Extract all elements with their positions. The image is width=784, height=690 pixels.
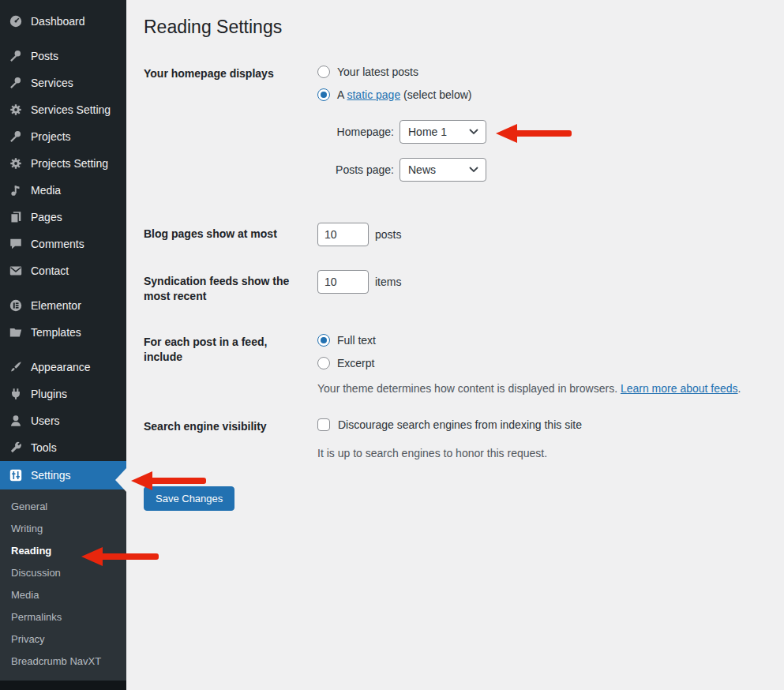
sidebar-item-label: Services Setting [31, 103, 111, 116]
settings-submenu: General Writing Reading Discussion Media… [0, 489, 126, 681]
submenu-item-privacy[interactable]: Privacy [0, 628, 126, 651]
gear-icon [8, 102, 24, 118]
admin-sidebar: Dashboard Posts Services Services Settin… [0, 0, 126, 690]
save-changes-button[interactable]: Save Changes [144, 486, 234, 511]
user-icon [8, 413, 24, 429]
latest-posts-option: Your latest posts [317, 62, 752, 81]
sidebar-item-posts[interactable]: Posts [0, 43, 126, 69]
sidebar-item-label: Projects Setting [31, 157, 108, 170]
sidebar-item-label: Appearance [31, 361, 91, 373]
submenu-item-discussion[interactable]: Discussion [0, 562, 126, 584]
syndication-input[interactable] [317, 270, 369, 294]
static-page-link[interactable]: static page [347, 88, 400, 101]
comments-icon [8, 236, 24, 252]
sidebar-item-label: Elementor [31, 299, 81, 312]
excerpt-option: Excerpt [317, 354, 752, 373]
sidebar-item-label: Projects [31, 130, 71, 143]
sidebar-item-label: Dashboard [31, 15, 85, 28]
discourage-indexing-checkbox[interactable] [317, 418, 330, 431]
feed-content-label: For each post in a feed, include [144, 335, 294, 365]
search-visibility-note: It is up to search engines to honor this… [317, 445, 752, 461]
sidebar-bottom-strip [0, 681, 126, 690]
full-text-label: Full text [337, 334, 376, 347]
media-icon [8, 182, 24, 198]
static-page-prefix: A [337, 88, 347, 101]
homepage-displays-row: Your homepage displays Your latest posts… [144, 62, 752, 182]
pages-icon [8, 209, 24, 225]
sidebar-item-templates[interactable]: Templates [0, 319, 126, 346]
sidebar-item-media[interactable]: Media [0, 177, 126, 204]
sidebar-item-projects[interactable]: Projects [0, 123, 126, 150]
sidebar-item-label: Tools [31, 441, 57, 454]
submenu-item-breadcrumb-navxt[interactable]: Breadcrumb NavXT [0, 651, 126, 673]
submenu-item-writing[interactable]: Writing [0, 518, 126, 540]
sidebar-item-pages[interactable]: Pages [0, 204, 126, 231]
latest-posts-radio[interactable] [317, 66, 330, 78]
mail-icon [8, 263, 24, 279]
homepage-select-value: Home 1 [408, 126, 447, 138]
excerpt-radio[interactable] [317, 357, 330, 369]
sidebar-item-label: Comments [31, 238, 84, 250]
admin-menu: Dashboard Posts Services Services Settin… [0, 0, 126, 681]
sidebar-item-contact[interactable]: Contact [0, 257, 126, 284]
posts-page-select[interactable]: News [400, 158, 486, 182]
plug-icon [8, 386, 24, 402]
posts-page-select-value: News [408, 163, 436, 176]
pin-icon [8, 129, 24, 144]
submenu-item-permalinks[interactable]: Permalinks [0, 606, 126, 628]
submenu-item-media[interactable]: Media [0, 584, 126, 606]
pin-icon [8, 48, 24, 64]
feed-content-row: For each post in a feed, include Full te… [144, 331, 752, 396]
static-page-option: A static page (select below) [317, 85, 752, 104]
sidebar-item-label: Templates [31, 326, 81, 339]
sidebar-item-label: Media [31, 184, 61, 197]
sidebar-item-services[interactable]: Services [0, 69, 126, 96]
sidebar-item-services-setting[interactable]: Services Setting [0, 96, 126, 123]
sidebar-item-settings[interactable]: Settings [0, 461, 126, 489]
homepage-select-label: Homepage: [332, 126, 394, 138]
full-text-option: Full text [317, 331, 752, 350]
sidebar-item-projects-setting[interactable]: Projects Setting [0, 150, 126, 177]
latest-posts-label: Your latest posts [337, 66, 418, 78]
learn-more-feeds-link[interactable]: Learn more about feeds [621, 382, 738, 395]
posts-page-select-label: Posts page: [332, 163, 394, 176]
static-page-suffix: (select below) [400, 88, 471, 101]
blog-pages-unit: posts [375, 228, 401, 241]
sidebar-item-appearance[interactable]: Appearance [0, 354, 126, 381]
sidebar-item-label: Posts [31, 50, 58, 62]
sidebar-item-tools[interactable]: Tools [0, 434, 126, 461]
search-visibility-row: Search engine visibility Discourage sear… [144, 415, 752, 461]
sidebar-item-users[interactable]: Users [0, 407, 126, 434]
homepage-displays-label: Your homepage displays [144, 66, 274, 81]
reading-settings-page: Reading Settings Your homepage displays … [126, 0, 784, 690]
sidebar-item-label: Contact [31, 264, 69, 277]
blog-pages-label: Blog pages show at most [144, 227, 277, 242]
sidebar-item-dashboard[interactable]: Dashboard [0, 8, 126, 35]
sidebar-item-label: Settings [31, 469, 71, 482]
homepage-select[interactable]: Home 1 [400, 120, 486, 144]
blog-pages-input[interactable] [317, 223, 369, 246]
sidebar-item-elementor[interactable]: Elementor [0, 292, 126, 319]
sidebar-item-label: Users [31, 414, 60, 427]
sidebar-item-plugins[interactable]: Plugins [0, 381, 126, 407]
syndication-label: Syndication feeds show the most recent [144, 274, 294, 304]
brush-icon [8, 359, 24, 375]
static-page-radio[interactable] [317, 88, 330, 101]
discourage-indexing-option: Discourage search engines from indexing … [317, 415, 752, 434]
search-visibility-label: Search engine visibility [144, 419, 267, 434]
blog-pages-row: Blog pages show at most posts [144, 223, 752, 246]
feed-note: Your theme determines how content is dis… [317, 381, 752, 396]
page-title: Reading Settings [144, 16, 752, 39]
pin-icon [8, 75, 24, 91]
chevron-down-icon [469, 167, 478, 173]
sidebar-item-label: Pages [31, 211, 62, 223]
submenu-item-reading[interactable]: Reading [0, 540, 126, 562]
syndication-unit: items [375, 276, 401, 288]
sidebar-item-label: Plugins [31, 388, 67, 400]
submenu-item-general[interactable]: General [0, 496, 126, 518]
gear-icon [8, 156, 24, 171]
sliders-icon [8, 467, 24, 483]
sidebar-item-comments[interactable]: Comments [0, 231, 126, 257]
full-text-radio[interactable] [317, 334, 330, 347]
folder-icon [8, 324, 24, 340]
